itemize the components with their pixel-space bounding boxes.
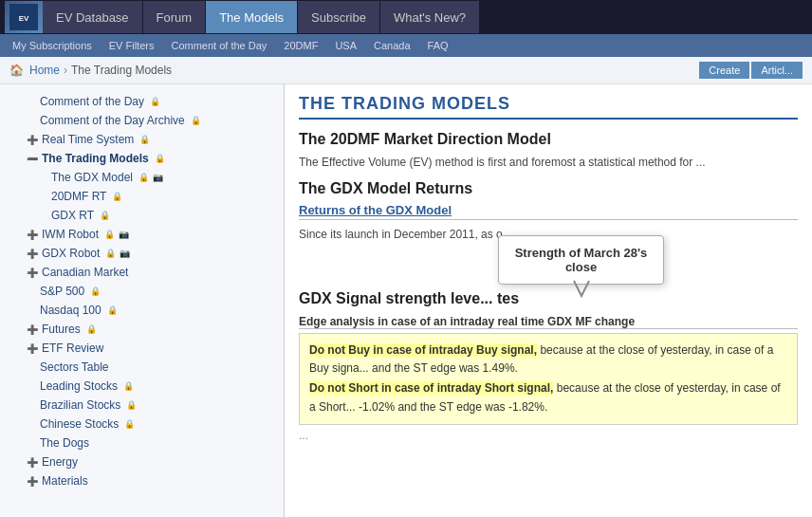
home-icon: 🏠 [9,64,24,77]
signal1-row: Do not Buy in case of intraday Buy signa… [309,342,787,378]
expand-icon: ➕ [27,476,38,487]
sidebar-item-etf-review[interactable]: ➕ ETF Review [0,339,284,358]
sidebar-item-leading-stocks[interactable]: Leading Stocks 🔒 [0,377,284,396]
sidebar-item-20dmf-rt[interactable]: 20DMF RT 🔒 [0,187,284,206]
sidebar-label: The Dogs [40,436,89,450]
expand-icon: ➕ [27,135,38,145]
section3-area: GDX Signal strength leve... tes Edge ana… [299,290,798,442]
expand-icon: ➕ [27,230,38,240]
breadcrumb-actions: Create Articl... [699,62,803,79]
sidebar-item-real-time[interactable]: ➕ Real Time System 🔒 [0,130,284,149]
tooltip-box: Strength of March 28's close [498,235,664,285]
sidebar-label: Futures [42,323,81,336]
sidebar-label: Comment of the Day [40,95,144,108]
nav-tab-subscribe[interactable]: Subscribe [298,1,379,33]
lock-icon: 🔒 [107,305,118,315]
sidebar-item-nasdaq100[interactable]: Nasdaq 100 🔒 [0,301,284,320]
sub-nav-bar: My Subscriptions EV Filters Comment of t… [0,34,812,57]
sub-nav-canada[interactable]: Canada [366,38,418,53]
tooltip-arrow-icon [572,279,591,298]
lock-icon: 🔒 [150,97,160,106]
sidebar-item-comment-day[interactable]: Comment of the Day 🔒 [0,92,284,111]
tooltip-text: Strength of March 28's close [515,246,648,274]
sidebar-label: The Trading Models [42,152,149,165]
sidebar-label: GDX RT [51,209,94,222]
article-button[interactable]: Articl... [751,62,803,79]
tooltip-region: Since its launch in December 2011, as o … [299,226,798,243]
sidebar-label: 20DMF RT [51,190,106,203]
lock-icon: 🔒 [86,324,97,334]
breadcrumb-home-link[interactable]: Home [29,64,60,77]
breadcrumb-current: The Trading Models [71,64,172,77]
svg-text:EV: EV [19,14,29,23]
content-area: THE TRADING MODELS The 20DMF Market Dire… [285,84,812,517]
section2-text: Since its launch in December 2011, as o [299,228,503,241]
sidebar-label: Materials [42,474,88,488]
nav-tab-ev-database[interactable]: EV Database [43,1,142,33]
sidebar-label: Leading Stocks [40,379,118,393]
sidebar-item-gdx-rt[interactable]: GDX RT 🔒 [0,206,284,225]
nav-tab-models[interactable]: The Models [206,1,297,33]
sidebar-item-sectors-table[interactable]: Sectors Table [0,358,284,377]
lock-icon: 🔒 [90,286,101,296]
sidebar-item-sp500[interactable]: S&P 500 🔒 [0,282,284,301]
sidebar-label: Energy [42,455,78,469]
sidebar-label: ETF Review [42,342,103,355]
sidebar-label: Comment of the Day Archive [40,114,185,127]
sidebar-label: Chinese Stocks [40,417,119,431]
section2-subtitle: Returns of the GDX Model [299,203,798,220]
sidebar-item-iwm-robot[interactable]: ➕ IWM Robot 🔒 📷 [0,225,284,244]
lock-icon: 🔒 [100,211,110,220]
sidebar-label: Nasdaq 100 [40,304,102,317]
sidebar-item-materials[interactable]: ➕ Materials [0,471,284,490]
sub-nav-faq[interactable]: FAQ [420,38,456,53]
section1-title: The 20DMF Market Direction Model [299,131,798,148]
signal2-label: Do not Short in case of intraday Short s… [309,381,553,395]
main-layout: Comment of the Day 🔒 Comment of the Day … [0,84,812,517]
nav-tab-forum[interactable]: Forum [143,1,206,33]
sidebar-label: S&P 500 [40,285,84,298]
expand-icon: ➕ [27,268,38,278]
sidebar-label: Sectors Table [40,360,109,374]
sidebar-item-gdx-model[interactable]: The GDX Model 🔒 📷 [0,168,284,187]
section2-title: The GDX Model Returns [299,180,798,197]
section3-title-text: GDX Signal strength leve... [299,290,493,306]
breadcrumb: 🏠 Home › The Trading Models Create Artic… [0,57,812,84]
lock-icon: 🔒 [126,400,137,410]
site-logo[interactable]: EV [5,1,43,33]
sidebar-item-futures[interactable]: ➕ Futures 🔒 [0,320,284,339]
expand-icon: ➕ [27,457,38,468]
lock-icon: 🔒 [155,154,165,163]
page-title: THE TRADING MODELS [299,94,798,120]
sub-nav-ev-filters[interactable]: EV Filters [102,38,162,53]
sidebar-item-brazilian-stocks[interactable]: Brazilian Stocks 🔒 [0,396,284,415]
section3-title-suffix: tes [497,290,519,306]
sidebar-item-canadian-market[interactable]: ➕ Canadian Market [0,263,284,282]
breadcrumb-separator: › [64,64,67,77]
expand-icon: ➕ [27,324,38,335]
edge-analysis-title: Edge analysis in case of an intraday rea… [299,315,798,329]
sidebar-item-chinese-stocks[interactable]: Chinese Stocks 🔒 [0,415,284,434]
sidebar-item-the-dogs[interactable]: The Dogs [0,434,284,452]
sidebar-item-energy[interactable]: ➕ Energy [0,452,284,471]
lock-icon: 🔒 [105,249,116,258]
sub-nav-comment[interactable]: Comment of the Day [163,38,274,53]
sidebar-item-comment-archive[interactable]: Comment of the Day Archive 🔒 [0,111,284,130]
lock-icon: 🔒 [191,116,201,125]
sub-nav-my-subscriptions[interactable]: My Subscriptions [5,38,100,53]
lock-icon: 🔒 [139,135,150,144]
sub-nav-usa[interactable]: USA [327,38,364,53]
signal1-label: Do not Buy in case of intraday Buy signa… [309,343,537,357]
create-button[interactable]: Create [699,62,749,79]
sub-nav-20dmf[interactable]: 20DMF [276,38,325,53]
lock-icon: 🔒 [104,230,115,239]
section1-text: The Effective Volume (EV) method is firs… [299,154,798,171]
sidebar-item-gdx-robot[interactable]: ➕ GDX Robot 🔒 📷 [0,244,284,263]
sidebar-item-trading-models[interactable]: ➖ The Trading Models 🔒 [0,149,284,168]
content-ellipsis: ... [299,429,798,442]
nav-tab-whats-new[interactable]: What's New? [380,1,479,33]
sidebar-label: Real Time System [42,133,134,146]
sidebar-label: Brazilian Stocks [40,398,120,412]
expand-icon: ➕ [27,249,38,259]
section3-title: GDX Signal strength leve... tes [299,290,798,307]
